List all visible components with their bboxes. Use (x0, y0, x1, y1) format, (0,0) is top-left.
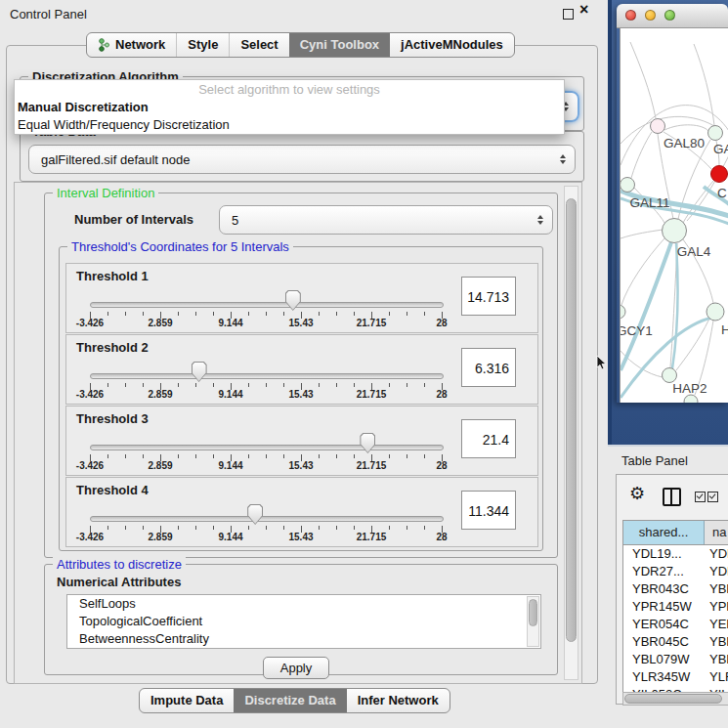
slider-tick (107, 312, 108, 316)
tab-discretize-data[interactable]: Discretize Data (234, 689, 346, 712)
combo-arrows-icon (537, 215, 543, 225)
minimize-traffic-light-icon[interactable] (645, 10, 656, 21)
table-row[interactable]: YDL19...YDL1 (623, 545, 728, 563)
attributes-list-scrollbar[interactable] (527, 596, 539, 647)
network-canvas[interactable]: GAL80 GA C GAL11 GAL4 GCY1 H HAP2 (620, 28, 728, 403)
network-graph: GAL80 GA C GAL11 GAL4 GCY1 H HAP2 (621, 28, 728, 403)
tab-select[interactable]: Select (229, 33, 288, 57)
node-top-right[interactable] (708, 126, 723, 141)
float-window-icon[interactable] (563, 9, 574, 20)
threshold-value-field[interactable]: 6.316 (461, 348, 516, 387)
threshold-slider-track[interactable] (90, 445, 444, 450)
threshold-block: Threshold 2-3.4262.8599.14415.4321.71528… (65, 334, 538, 405)
slider-tick (248, 383, 249, 387)
slider-tick (389, 526, 390, 530)
slider-tick (178, 454, 179, 458)
slider-tick (407, 454, 407, 458)
slider-tick (407, 312, 407, 316)
table-data-combobox[interactable]: galFiltered.sif default node (28, 145, 576, 174)
table-row[interactable]: YPR145WYPR1 (623, 598, 728, 616)
table-horizontal-scrollbar[interactable] (622, 692, 728, 706)
attribute-list-item[interactable]: SelfLoops (67, 595, 540, 613)
threshold-slider-thumb[interactable] (285, 290, 301, 311)
table-row[interactable]: YLR345WYLR3 (623, 668, 728, 686)
close-icon[interactable]: × (579, 1, 588, 19)
tab-network[interactable]: Network (87, 33, 176, 57)
attribute-list-item[interactable]: BetweennessCentrality (67, 630, 540, 648)
slider-tick-label: 28 (416, 389, 467, 400)
attribute-list-item[interactable]: TopologicalCoefficient (67, 613, 540, 630)
node-right-h[interactable] (707, 303, 724, 321)
slider-tick-label: -3.426 (64, 389, 115, 400)
node-red-selected[interactable] (711, 166, 728, 183)
algorithm-option[interactable]: Equal Width/Frequency Discretization (15, 116, 564, 134)
slider-tick-label: 28 (416, 460, 467, 471)
table-row[interactable]: YDR27...YDR2 (623, 563, 728, 580)
algorithm-option[interactable]: Manual Discretization (15, 99, 564, 116)
table-data-group: Table Data galFiltered.sif default node (20, 131, 584, 182)
table-panel-title: Table Panel (621, 453, 688, 468)
threshold-value-field[interactable]: 11.344 (461, 491, 516, 530)
mouse-cursor (596, 356, 608, 371)
table-row[interactable]: YER054CYER0 (623, 616, 728, 633)
node-gal11[interactable] (621, 178, 635, 193)
attributes-group-label: Attributes to discretize (53, 557, 186, 572)
tab-jactivemnodules[interactable]: jActiveMNodules (390, 33, 514, 57)
threshold-slider-thumb[interactable] (192, 362, 207, 382)
combo-arrows-icon (560, 154, 566, 164)
threshold-value-field[interactable]: 14.713 (461, 277, 516, 316)
slider-tick-label: 9.144 (205, 460, 256, 471)
tab-style[interactable]: Style (176, 33, 229, 57)
columns-icon[interactable] (663, 488, 681, 506)
settings-scroll-viewport: Interval Definition Number of Intervals … (14, 182, 582, 684)
node-gal4[interactable] (663, 219, 687, 243)
close-traffic-light-icon[interactable] (625, 10, 636, 21)
settings-vertical-scrollbar[interactable] (564, 186, 578, 680)
slider-tick (354, 312, 355, 316)
slider-tick (389, 312, 390, 316)
node-gcy1[interactable] (621, 305, 625, 319)
slider-tick-label: 2.859 (135, 460, 186, 471)
column-header-name[interactable]: na (705, 521, 728, 544)
table-row[interactable]: YBR045CYBR0 (623, 633, 728, 651)
slider-tick (107, 454, 108, 458)
slider-tick (407, 383, 407, 387)
node-label-gcy1: GCY1 (621, 323, 653, 338)
slider-tick (195, 526, 196, 530)
algorithm-prompt-item[interactable]: Select algorithm to view settings (15, 80, 564, 99)
slider-tick (283, 526, 284, 530)
gear-icon[interactable]: ⚙ (629, 483, 645, 504)
tab-impute-data[interactable]: Impute Data (140, 689, 234, 712)
node-gal80[interactable] (651, 119, 665, 134)
zoom-traffic-light-icon[interactable] (664, 10, 675, 21)
numerical-attributes-list[interactable]: SelfLoopsTopologicalCoefficientBetweenne… (66, 594, 541, 649)
number-of-intervals-combobox[interactable]: 5 (219, 205, 553, 235)
threshold-slider-track[interactable] (90, 516, 444, 522)
node-label-partial-g: GA (713, 142, 728, 156)
threshold-slider-thumb[interactable] (247, 504, 263, 525)
tab-infer-network[interactable]: Infer Network (347, 689, 450, 712)
slider-tick (336, 454, 337, 458)
column-header-shared[interactable]: shared... (623, 521, 705, 544)
tab-cyni-toolbox[interactable]: Cyni Toolbox (289, 33, 390, 57)
checkbox-icon[interactable] (707, 492, 718, 502)
slider-tick (336, 312, 337, 316)
checkbox-icon[interactable] (695, 492, 706, 502)
slider-tick (354, 526, 355, 530)
network-window-titlebar[interactable] (617, 4, 728, 28)
numerical-attributes-label: Numerical Attributes (57, 575, 181, 589)
threshold-slider-track[interactable] (90, 302, 444, 308)
scrollbar-thumb[interactable] (624, 694, 722, 704)
threshold-label: Threshold 1 (76, 269, 149, 283)
slider-tick (266, 383, 267, 387)
threshold-slider-thumb[interactable] (360, 433, 375, 453)
slider-tick (424, 454, 425, 458)
table-row[interactable]: YBR043CYBR0 (623, 580, 728, 598)
slider-tick (319, 526, 320, 530)
number-of-intervals-value: 5 (232, 206, 238, 234)
threshold-slider-track[interactable] (90, 373, 444, 379)
table-row[interactable]: YBL079WYBL0 (623, 651, 728, 668)
threshold-value-field[interactable]: 21.4 (461, 419, 516, 458)
apply-button[interactable]: Apply (263, 657, 329, 679)
node-bottom-partial[interactable] (684, 395, 698, 403)
